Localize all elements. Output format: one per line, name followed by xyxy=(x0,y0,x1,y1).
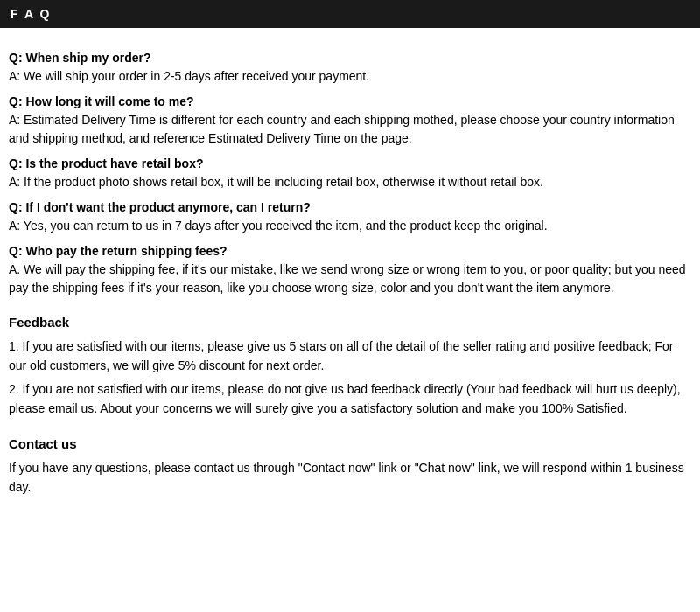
faq-answer-1: A: We will ship your order in 2-5 days a… xyxy=(9,67,691,86)
faq-answer-2: A: Estimated Delivery Time is different … xyxy=(9,111,691,148)
faq-answer-4: A: Yes, you can return to us in 7 days a… xyxy=(9,217,691,235)
contact-section: Contact us If you have any questions, pl… xyxy=(9,436,691,497)
faq-question-5: Q: Who pay the return shipping fees? xyxy=(9,244,691,258)
faq-item-5: Q: Who pay the return shipping fees? A. … xyxy=(9,244,691,297)
faq-item-1: Q: When ship my order? A: We will ship y… xyxy=(9,51,691,86)
faq-section: Q: When ship my order? A: We will ship y… xyxy=(9,51,691,297)
faq-question-2: Q: How long it will come to me? xyxy=(9,94,691,108)
feedback-item-1: 1. If you are satisfied with our items, … xyxy=(9,337,691,376)
main-content: Q: When ship my order? A: We will ship y… xyxy=(0,38,700,500)
feedback-section: Feedback 1. If you are satisfied with ou… xyxy=(9,315,691,419)
faq-answer-3: A: If the product photo shows retail box… xyxy=(9,173,691,191)
faq-question-1: Q: When ship my order? xyxy=(9,51,691,65)
contact-text: If you have any questions, please contac… xyxy=(9,458,691,497)
faq-question-3: Q: Is the product have retail box? xyxy=(9,156,691,170)
faq-item-3: Q: Is the product have retail box? A: If… xyxy=(9,156,691,191)
faq-header: F A Q xyxy=(0,0,700,28)
faq-question-4: Q: If I don't want the product anymore, … xyxy=(9,200,691,214)
faq-item-2: Q: How long it will come to me? A: Estim… xyxy=(9,94,691,148)
faq-answer-5: A. We will pay the shipping fee, if it's… xyxy=(9,261,691,297)
contact-title: Contact us xyxy=(9,436,691,451)
feedback-title: Feedback xyxy=(9,315,691,330)
feedback-item-2: 2. If you are not satisfied with our ite… xyxy=(9,379,691,419)
faq-item-4: Q: If I don't want the product anymore, … xyxy=(9,200,691,235)
faq-title: F A Q xyxy=(10,7,51,21)
